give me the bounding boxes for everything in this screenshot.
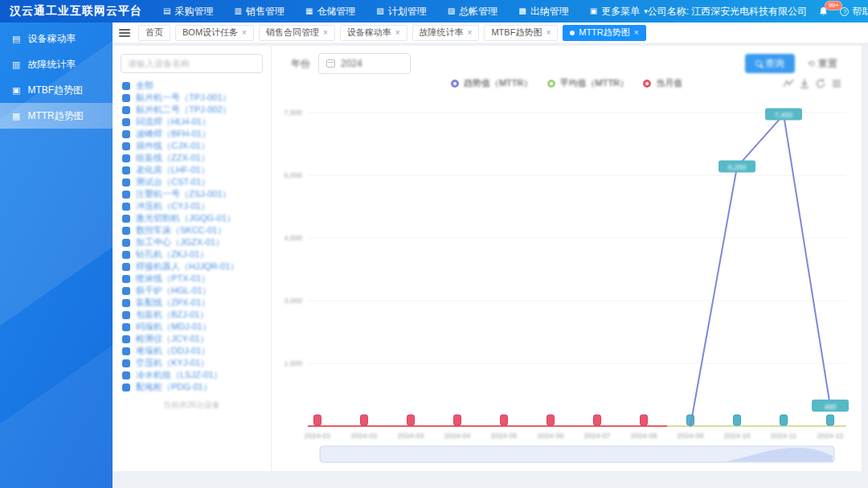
tree-item[interactable]: 全部 xyxy=(122,80,271,92)
legend-item[interactable]: 平均值（MTTR） xyxy=(547,77,629,89)
current-month-marker[interactable] xyxy=(454,415,461,425)
top-menu-item[interactable]: ▧计划管理 xyxy=(376,5,426,18)
legend-marker-icon xyxy=(451,80,459,88)
sidebar-item[interactable]: ▦MTTR趋势图 xyxy=(0,103,113,129)
tree-item[interactable]: 激光切割机（JGQG-01） xyxy=(122,212,271,224)
close-icon[interactable]: × xyxy=(634,28,639,37)
help-button[interactable]: ? 帮助 xyxy=(840,5,868,18)
tree-item-label: 波峰焊（BFH-01） xyxy=(136,128,211,140)
line-chart-tool-icon[interactable] xyxy=(783,78,794,89)
device-icon xyxy=(122,106,130,114)
x-axis-tick-label: 2024-07 xyxy=(583,432,610,440)
tab[interactable]: 销售合同管理× xyxy=(259,25,335,41)
device-search-input[interactable]: 请输入设备名称 xyxy=(121,54,263,73)
tree-item[interactable]: 包装机（BZJ-01） xyxy=(122,309,271,321)
top-menu-item[interactable]: ▤采购管理 xyxy=(163,5,213,18)
tab[interactable]: BOM设计任务× xyxy=(175,25,254,41)
current-month-marker[interactable] xyxy=(547,415,555,425)
current-month-marker[interactable] xyxy=(641,415,648,425)
tab-label: BOM设计任务 xyxy=(182,27,238,39)
tree-item[interactable]: 冷水机组（LSJZ-01） xyxy=(122,369,271,381)
reset-button[interactable]: ⟲ 重置 xyxy=(808,57,837,71)
download-image-icon[interactable] xyxy=(799,78,810,89)
tree-item[interactable]: 堆垛机（DDJ-01） xyxy=(122,345,271,357)
tab[interactable]: MTBF趋势图× xyxy=(484,25,558,41)
top-menu-item[interactable]: ▣更多菜单▾ xyxy=(590,5,648,18)
purchase-icon: ▤ xyxy=(163,7,170,15)
tree-item[interactable]: 加工中心（JGZX-01） xyxy=(122,236,271,248)
current-month-marker[interactable] xyxy=(361,415,368,425)
sidebar-item-label: 故障统计率 xyxy=(27,58,76,72)
tree-item[interactable]: 注塑机一号（ZSJ-001） xyxy=(122,188,271,200)
tree-item[interactable]: 冲压机（CYJ-01） xyxy=(122,200,271,212)
tree-item[interactable]: 测试台（CST-01） xyxy=(122,176,271,188)
tree-item-label: 堆垛机（DDJ-01） xyxy=(136,345,210,357)
legend-item[interactable]: 当月值 xyxy=(643,77,682,89)
tree-item[interactable]: 插件线（CJX-01） xyxy=(122,140,271,152)
tree-item[interactable]: 空压机（KYJ-01） xyxy=(122,357,271,369)
top-menu-item[interactable]: ▥销售管理 xyxy=(234,5,284,18)
tab[interactable]: MTTR趋势图× xyxy=(563,25,645,41)
current-month-marker[interactable] xyxy=(314,415,321,425)
notifications-button[interactable]: 99+ xyxy=(818,6,829,17)
topbar-right: 公司名称: 江西深安光电科技有限公司 99+ ? 帮助 管理员 ▾ xyxy=(648,5,868,18)
tree-item[interactable]: 焊接机器人（HJJQR-01） xyxy=(122,260,271,273)
restore-icon[interactable] xyxy=(815,78,826,89)
device-icon xyxy=(122,142,130,150)
tree-item[interactable]: 波峰焊（BFH-01） xyxy=(122,128,271,140)
close-icon[interactable]: × xyxy=(242,28,247,37)
current-month-marker[interactable] xyxy=(594,415,601,425)
average-marker[interactable] xyxy=(734,415,741,425)
x-axis-tick-label: 2024-06 xyxy=(537,432,563,440)
device-icon xyxy=(122,299,130,307)
sidebar-item[interactable]: ▣MTBF趋势图 xyxy=(0,77,113,103)
search-button-label: 查询 xyxy=(765,57,784,71)
current-month-marker[interactable] xyxy=(407,415,415,425)
tree-item[interactable]: 贴片机一号（TPJ-001） xyxy=(122,92,271,104)
notification-badge: 99+ xyxy=(825,1,842,10)
calendar-icon xyxy=(326,59,335,68)
tree-item[interactable]: 喷涂线（PTX-01） xyxy=(122,273,271,285)
tab[interactable]: 首页 xyxy=(138,25,170,41)
collapse-menu-icon[interactable] xyxy=(119,29,130,37)
tree-item[interactable]: 回流焊（HLH-01） xyxy=(122,116,271,128)
x-axis-tick-label: 2024-03 xyxy=(397,432,424,440)
sidebar-item-label: MTBF趋势图 xyxy=(27,84,83,97)
current-month-marker[interactable] xyxy=(501,415,508,425)
close-icon[interactable]: × xyxy=(323,28,328,37)
tree-item[interactable]: 配电柜（PDG-01） xyxy=(122,381,271,393)
top-menu-label: 总帐管理 xyxy=(459,5,497,18)
tree-item[interactable]: 烘干炉（HGL-01） xyxy=(122,285,271,297)
device-icon xyxy=(122,335,130,343)
company-name-label: 公司名称: 江西深安光电科技有限公司 xyxy=(648,5,808,18)
tree-item[interactable]: 装配线（ZPX-01） xyxy=(122,297,271,309)
y-axis-tick-label: 1,500 xyxy=(284,359,302,367)
top-menu-item[interactable]: ▦仓储管理 xyxy=(305,5,355,18)
tree-item[interactable]: 钻孔机（ZKJ-01） xyxy=(122,248,271,260)
tree-item[interactable]: 老化房（LHF-01） xyxy=(122,164,271,176)
search-button[interactable]: 查询 xyxy=(745,54,795,73)
legend-item[interactable]: 趋势值（MTTR） xyxy=(451,77,533,89)
year-picker-input[interactable]: 2024 xyxy=(318,53,411,74)
close-icon[interactable]: × xyxy=(468,28,473,37)
tree-item[interactable]: 码垛机（MDJ-01） xyxy=(122,321,271,333)
top-menu-item[interactable]: ▨总帐管理 xyxy=(448,5,497,18)
tree-item[interactable]: 贴片机二号（TPJ-002） xyxy=(122,104,271,116)
average-marker[interactable] xyxy=(780,415,788,425)
tree-item[interactable]: 检测仪（JCY-01） xyxy=(122,333,271,345)
average-marker[interactable] xyxy=(827,415,834,425)
tab-label: 设备稼动率 xyxy=(347,27,391,39)
data-view-icon[interactable] xyxy=(831,78,842,89)
tab[interactable]: 设备稼动率× xyxy=(340,25,407,41)
tree-item[interactable]: 组装线（ZZX-01） xyxy=(122,152,271,164)
tree-item[interactable]: 数控车床（SKCC-01） xyxy=(122,224,271,236)
close-icon[interactable]: × xyxy=(546,28,551,37)
sidebar-item[interactable]: ▤设备稼动率 xyxy=(0,26,113,51)
sidebar-item[interactable]: ▥故障统计率 xyxy=(0,51,113,77)
close-icon[interactable]: × xyxy=(395,28,400,37)
y-axis-tick-label: 7,500 xyxy=(284,109,302,117)
top-menu-item[interactable]: ▩出纳管理 xyxy=(518,5,568,18)
tab[interactable]: 故障统计率× xyxy=(412,25,480,41)
more-menu-icon: ▣ xyxy=(590,7,597,15)
device-icon xyxy=(122,383,130,392)
